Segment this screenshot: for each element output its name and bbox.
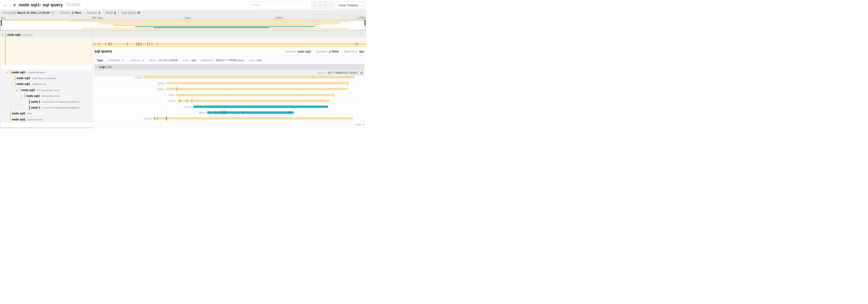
chevron-down-icon[interactable]: ∨ bbox=[6, 71, 8, 74]
minimap-time-labels: 0μs697.75μs1.4ms2.09ms2.79ms bbox=[1, 16, 366, 20]
summary-item: Trace StartMarch 31 2022, 17:25:09.326 bbox=[2, 11, 55, 14]
tags-label[interactable]: Tags: bbox=[97, 59, 104, 62]
span-row: 1.84ms bbox=[92, 80, 366, 86]
log-marker-tick bbox=[177, 87, 177, 91]
chevron-down-icon[interactable]: ∨ bbox=[11, 83, 12, 86]
span-bar[interactable] bbox=[92, 43, 366, 45]
log-marker-tick bbox=[166, 116, 166, 121]
span-row: 1.85ms bbox=[92, 86, 366, 92]
separator: | bbox=[84, 11, 84, 14]
log-marker-tick bbox=[357, 42, 358, 46]
panel-divider[interactable] bbox=[92, 32, 92, 128]
minimap-right-scrubber-handle[interactable] bbox=[364, 20, 365, 26]
tree-guide-line bbox=[1, 70, 2, 75]
find-input[interactable] bbox=[251, 2, 311, 8]
logs-accordion[interactable]: › Logs (18) bbox=[94, 64, 365, 70]
log-marker-tick bbox=[147, 42, 148, 46]
minimap-time-label: 697.75μs bbox=[93, 16, 102, 19]
tag-item: _unfinished=1 bbox=[106, 59, 124, 62]
minimap-span-bar bbox=[361, 29, 363, 30]
tree-guide-line bbox=[16, 93, 16, 99]
span-color-accent bbox=[29, 105, 30, 110]
separator bbox=[198, 58, 199, 62]
chevron-down-icon[interactable]: ∨ bbox=[20, 95, 22, 97]
span-duration-label: 1.6ms bbox=[168, 92, 175, 98]
minimap-canvas[interactable] bbox=[1, 20, 366, 30]
span-bar[interactable] bbox=[153, 117, 354, 120]
tree-row-sql-query[interactable]: ∨ node sql1 sql query bbox=[0, 32, 366, 37]
operation-name: batch flow coordinator bbox=[32, 77, 56, 80]
clear-search-icon[interactable]: × bbox=[330, 3, 332, 6]
span-color-accent bbox=[5, 37, 6, 65]
summary-item: Depth6 bbox=[105, 11, 116, 14]
span-bar[interactable] bbox=[144, 76, 354, 78]
span-duration-label: 14μs bbox=[356, 122, 361, 128]
span-bar[interactable] bbox=[176, 94, 333, 96]
span-color-accent bbox=[10, 111, 11, 116]
detail-meta: Service:node sql1Duration:2.79msStart Ti… bbox=[286, 50, 364, 53]
log-marker-tick bbox=[226, 111, 226, 115]
trace-timeline-page: ← ∨ node sql1: sql query 7418682 ◎ ∧ ∨ ×… bbox=[0, 0, 366, 128]
span-bar[interactable] bbox=[166, 82, 347, 84]
tree-guide-line bbox=[16, 105, 16, 110]
operation-name: /cockroach.roachpb.Internal/Batch bbox=[42, 106, 80, 109]
find-group: ◎ ∧ ∨ × bbox=[251, 1, 334, 9]
copy-link-icon[interactable] bbox=[360, 71, 363, 74]
detail-span-title[interactable]: sql query bbox=[94, 49, 112, 54]
separator bbox=[180, 58, 180, 62]
span-duration-label: 886μs bbox=[199, 110, 206, 115]
span-row: 886μs bbox=[92, 110, 366, 115]
service-name: node 1 bbox=[31, 106, 40, 109]
span-bar[interactable] bbox=[207, 111, 294, 114]
service-name: node sql1 bbox=[12, 71, 26, 74]
log-marker-tick bbox=[110, 42, 110, 46]
page-title: node sql1: sql query 7418682 bbox=[19, 0, 81, 10]
chevron-down-icon: ⌄ bbox=[360, 4, 362, 7]
tag-item: statement=SELECT * FROM users bbox=[201, 59, 244, 62]
log-marker-tick bbox=[219, 111, 219, 115]
locate-icon[interactable]: ◎ bbox=[313, 3, 316, 6]
log-marker-tick bbox=[108, 42, 109, 46]
log-marker-tick bbox=[216, 111, 216, 115]
separator bbox=[147, 58, 147, 62]
minimap-span-bar bbox=[69, 21, 350, 22]
service-name: node 1 bbox=[31, 100, 40, 103]
root-span-row[interactable] bbox=[92, 42, 366, 47]
span-bar[interactable] bbox=[177, 100, 330, 102]
minimap-time-label: 1.4ms bbox=[184, 16, 190, 19]
summary-item: Duration2.79ms bbox=[60, 11, 81, 14]
detail-meta-item: Service:node sql1 bbox=[286, 50, 311, 53]
span-color-accent bbox=[14, 76, 16, 80]
next-result-icon[interactable]: ∨ bbox=[325, 3, 327, 6]
log-marker-tick bbox=[154, 116, 155, 121]
span-duration-label: 1.56ms bbox=[168, 98, 176, 104]
prev-result-icon[interactable]: ∧ bbox=[319, 3, 321, 6]
operation-name: consuming rows bbox=[27, 71, 45, 74]
tree-guide-line bbox=[1, 117, 2, 122]
span-duration-label: 2.04ms bbox=[144, 115, 152, 122]
span-row: 1.6ms bbox=[92, 92, 366, 98]
span-duration-label: 1.84ms bbox=[157, 80, 165, 86]
span-color-accent bbox=[20, 88, 21, 93]
chevron-down-icon[interactable]: ∨ bbox=[1, 34, 3, 36]
chevron-right-icon[interactable]: › bbox=[94, 59, 95, 62]
minimap-time-label: 2.09ms bbox=[275, 16, 283, 19]
trace-view-selector-button[interactable]: Trace Timeline ⌄ bbox=[336, 1, 364, 9]
span-bar[interactable] bbox=[363, 123, 364, 126]
minimap-span-bar bbox=[112, 24, 321, 25]
trace-collapse-chevron-icon[interactable]: ∨ bbox=[13, 0, 16, 10]
span-color-accent bbox=[5, 33, 6, 37]
minimap-left-scrubber-handle[interactable] bbox=[1, 20, 2, 26]
span-bar[interactable] bbox=[166, 88, 348, 90]
span-row: 14μs bbox=[92, 122, 366, 128]
chevron-down-icon[interactable]: ∨ bbox=[16, 89, 17, 91]
back-arrow-icon[interactable]: ← bbox=[0, 0, 10, 10]
minimap-span-bar bbox=[1, 20, 365, 21]
span-id-label: SpanID: bbox=[317, 71, 326, 74]
logs-count: (18) bbox=[107, 65, 112, 69]
span-bar[interactable] bbox=[193, 105, 328, 108]
minimap-span-bar bbox=[114, 25, 317, 26]
service-name: node sql1 bbox=[22, 89, 35, 92]
log-marker-tick bbox=[166, 116, 167, 121]
minimap-span-bar bbox=[99, 22, 340, 23]
